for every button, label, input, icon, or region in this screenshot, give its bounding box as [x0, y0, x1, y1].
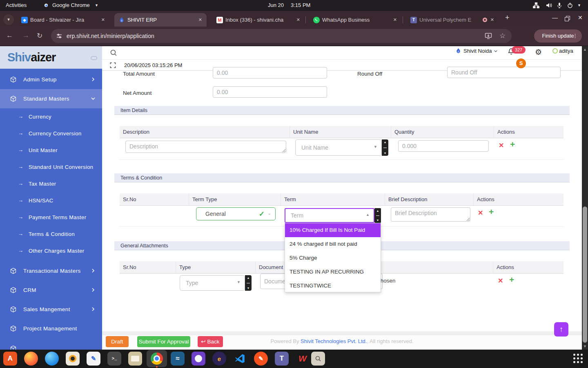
system-menu-caret-icon[interactable]: ▼: [577, 3, 581, 7]
forward-nav-icon[interactable]: →: [22, 31, 29, 40]
close-window-button[interactable]: ✕: [578, 14, 583, 21]
net-amount-input[interactable]: [213, 86, 327, 98]
sidebar-item-terms-condition[interactable]: →Terms & Condition: [0, 226, 102, 242]
search-icon[interactable]: [110, 49, 117, 56]
files-icon[interactable]: [128, 352, 142, 366]
drawing-tool-icon[interactable]: ✎: [254, 352, 268, 366]
tab-close-icon[interactable]: ✕: [392, 17, 398, 22]
site-settings-icon[interactable]: [56, 33, 62, 39]
attachment-type-spinner[interactable]: ▲▼: [245, 275, 252, 291]
app-menu[interactable]: Google Chrome: [52, 2, 90, 8]
sidebar-item-currency-conversion[interactable]: →Currency Conversion: [0, 125, 102, 142]
tab-close-icon[interactable]: ✕: [100, 17, 106, 22]
rhythmbox-icon[interactable]: [66, 352, 80, 366]
attachment-add-icon[interactable]: +: [509, 275, 514, 285]
clock-date[interactable]: Jun 20: [268, 2, 284, 8]
new-tab-button[interactable]: +: [505, 13, 510, 22]
attachment-type-select[interactable]: Type ▼: [180, 275, 245, 291]
eclipse-icon[interactable]: e: [212, 352, 226, 366]
attachment-remove-icon[interactable]: ✕: [498, 277, 503, 285]
github-desktop-icon[interactable]: [192, 352, 205, 366]
dropdown-option-selected[interactable]: 10% Charged If Bill Is Not Paid: [285, 223, 381, 237]
address-bar[interactable]: erp.shivit.net.in/minierp/application ☆: [51, 29, 512, 43]
reload-icon[interactable]: ↻: [37, 31, 42, 40]
item-description-textarea[interactable]: [125, 141, 286, 153]
scroll-to-top-button[interactable]: ↑: [554, 322, 568, 337]
screenshot-tool-icon[interactable]: [311, 352, 325, 366]
dropdown-option[interactable]: TESTING IN AP RECURRING: [285, 265, 381, 279]
tab-close-icon[interactable]: ✕: [197, 17, 203, 22]
submit-for-approval-button[interactable]: Submit For Approval: [137, 336, 190, 347]
finish-update-button[interactable]: Finish update ⋮: [534, 29, 582, 43]
sidebar-item-sales-management[interactable]: Sales Mangement: [0, 300, 102, 319]
sidebar-item-partial[interactable]: [0, 343, 102, 350]
ubuntu-software-icon[interactable]: A: [3, 352, 17, 366]
unit-name-select[interactable]: Unit Name ▼: [295, 139, 382, 156]
fullscreen-icon[interactable]: [110, 62, 116, 68]
microphone-icon[interactable]: [556, 2, 563, 9]
minimize-button[interactable]: —: [552, 14, 558, 21]
browser-profile-avatar[interactable]: S: [516, 58, 526, 68]
sidebar-item-tax-master[interactable]: →Tax Master: [0, 175, 102, 192]
sidebar-item-transactional-masters[interactable]: Transactional Masters: [0, 261, 102, 280]
term-remove-icon[interactable]: ✕: [478, 209, 483, 217]
round-off-input[interactable]: [447, 67, 561, 78]
unit-name-spinner[interactable]: ▲▼: [382, 139, 388, 156]
back-button[interactable]: ↩ Back: [198, 336, 223, 347]
settings-gear-icon[interactable]: ⚙: [535, 47, 542, 57]
sidebar-item-hsn-sac[interactable]: →HSN/SAC: [0, 192, 102, 209]
app-logo[interactable]: Shivaizer: [7, 51, 56, 64]
scroll-down-icon[interactable]: ▼: [583, 344, 587, 348]
network-icon[interactable]: [533, 2, 539, 9]
scrollbar-thumb[interactable]: [583, 206, 587, 343]
thunderbird-icon[interactable]: [45, 352, 59, 366]
app-grid-icon[interactable]: [573, 354, 583, 364]
tab-search-button[interactable]: ▾: [3, 14, 14, 25]
restore-button[interactable]: [565, 16, 570, 21]
sidebar-item-standard-unit-conversion[interactable]: →Standard Unit Conversion: [0, 159, 102, 175]
sidebar-item-admin-setup[interactable]: Admin Setup: [0, 70, 102, 89]
notifications-button[interactable]: 327: [508, 48, 515, 56]
sidebar-item-project-management[interactable]: Project Management: [0, 319, 102, 338]
activities-button[interactable]: Activities: [6, 2, 27, 8]
total-amount-input[interactable]: [213, 67, 327, 79]
terminal-icon[interactable]: >_: [107, 352, 121, 366]
draft-button[interactable]: Draft: [106, 336, 129, 347]
back-nav-icon[interactable]: ←: [6, 31, 13, 40]
page-scrollbar[interactable]: ▲ ▼: [582, 46, 588, 350]
tab-teams[interactable]: T Universal Polychem E ✕: [406, 13, 499, 27]
brief-description-textarea[interactable]: [391, 207, 470, 222]
sidebar-item-payment-terms-master[interactable]: →Payment Terms Master: [0, 209, 102, 226]
term-add-icon[interactable]: +: [489, 207, 494, 217]
url-text[interactable]: erp.shivit.net.in/minierp/application: [67, 29, 154, 43]
chrome-menu-icon[interactable]: ⋮: [572, 29, 578, 43]
wps-office-icon[interactable]: W: [296, 352, 310, 366]
power-icon[interactable]: [567, 2, 573, 9]
clock-time[interactable]: 3:15 PM: [291, 2, 310, 8]
chrome-icon[interactable]: [150, 352, 164, 366]
term-type-select[interactable]: General ✓ ⌄: [196, 207, 276, 220]
scroll-up-icon[interactable]: ▲: [583, 47, 587, 52]
tab-whatsapp[interactable]: WhatsApp Business ✕: [309, 13, 401, 27]
tab-jira[interactable]: ◆ Board - Shivaizer - Jira ✕: [17, 13, 109, 27]
sidebar-item-currency[interactable]: →Currency: [0, 108, 102, 125]
term-select[interactable]: Term ▲: [285, 208, 374, 223]
sidebar-item-unit-master[interactable]: →Unit Master: [0, 142, 102, 159]
footer-company-link[interactable]: Shivit Technologies Pvt. Ltd.: [301, 338, 367, 344]
firefox-icon[interactable]: [24, 352, 38, 366]
company-selector[interactable]: Shivit Noida: [455, 48, 498, 54]
bookmark-star-icon[interactable]: ☆: [499, 29, 506, 43]
sidebar-item-other-charges-master[interactable]: →Other Charges Master: [0, 242, 102, 259]
term-spinner[interactable]: ▲▼: [374, 208, 381, 223]
sidebar-toggle-icon[interactable]: [91, 56, 97, 60]
tab-shivit-erp[interactable]: SHIVIT ERP ✕: [114, 13, 207, 27]
dropdown-option[interactable]: 24 % charged if bill not paid: [285, 237, 381, 251]
dropdown-option[interactable]: TESTINGTWICE: [285, 279, 381, 293]
dropdown-option[interactable]: 5% Charge: [285, 251, 381, 265]
mysql-workbench-icon[interactable]: ≈: [171, 352, 185, 366]
volume-icon[interactable]: [546, 2, 552, 9]
item-remove-icon[interactable]: ✕: [499, 141, 504, 149]
item-add-icon[interactable]: +: [510, 139, 515, 149]
vscode-icon[interactable]: [233, 352, 247, 366]
tab-close-icon[interactable]: ✕: [295, 17, 301, 22]
